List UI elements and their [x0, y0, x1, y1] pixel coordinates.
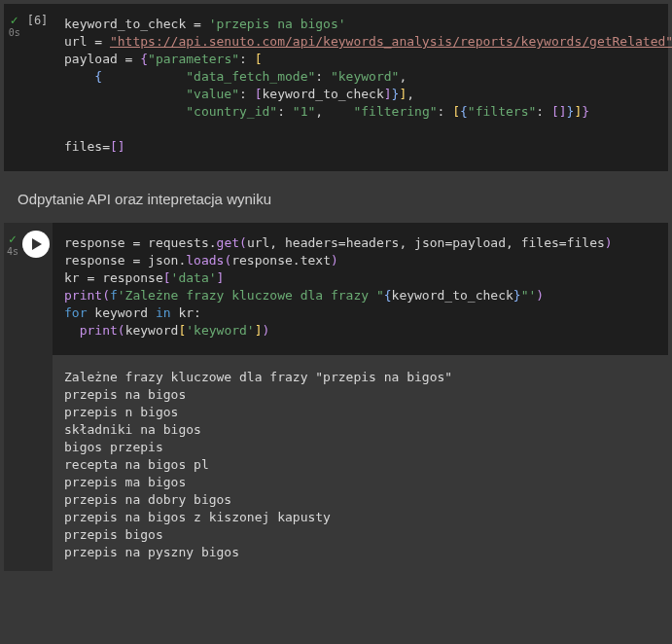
code-token: "' [521, 288, 537, 303]
code-token: = [87, 34, 109, 49]
code-token: "country_id" [186, 104, 277, 119]
code-token: keyword_to_check [263, 87, 384, 101]
cell-gutter: ✓ 0s [6] [4, 4, 53, 171]
code-token: keyword_to_check [392, 288, 513, 303]
code-token: 'data' [171, 270, 217, 285]
code-token: files [521, 235, 559, 250]
code-token: "keyword" [331, 69, 399, 84]
code-token: headers [346, 235, 400, 250]
code-block[interactable]: keyword_to_check = 'przepis na bigos' ur… [53, 4, 672, 171]
check-icon: ✓ [9, 233, 17, 245]
section-heading: Odpytanie API oraz intepretacja wyniku [0, 185, 672, 219]
code-token: = [186, 17, 208, 31]
code-token: = [125, 235, 148, 250]
exec-time: 4s [7, 246, 18, 257]
code-token: payload [64, 52, 118, 66]
code-token: response [102, 270, 163, 285]
code-token: keyword [94, 305, 148, 320]
code-token: "value" [186, 87, 239, 101]
output-gutter [4, 355, 53, 571]
url-string: "https://api.senuto.com/api/keywords_ana… [110, 34, 672, 49]
code-token: url [247, 235, 269, 250]
code-token: = [102, 139, 110, 154]
output-block: Zależne frazy kluczowe dla frazy "przepi… [53, 355, 668, 571]
code-token: 'przepis na bigos' [209, 17, 346, 31]
code-token: kr [178, 305, 194, 320]
code-token: keyword [125, 323, 179, 338]
code-token: = [125, 253, 148, 268]
code-token: url [64, 34, 87, 49]
code-token: print [64, 288, 102, 303]
code-token: response [64, 253, 125, 268]
code-token: response [231, 253, 293, 268]
code-token: "filters" [468, 104, 536, 119]
code-token: in [156, 305, 171, 320]
code-token: 'keyword' [186, 323, 254, 338]
code-token: files [567, 235, 605, 250]
code-token: json [148, 253, 178, 268]
code-token: "filtering" [353, 104, 437, 119]
code-token: requests [148, 235, 209, 250]
cell-gutter: ✓ 4s [4, 223, 53, 355]
code-token: "1" [293, 104, 315, 119]
run-button[interactable] [22, 231, 50, 258]
code-token: get [217, 235, 239, 250]
code-token: loads [186, 253, 224, 268]
code-token: json [414, 235, 444, 250]
cell-number: [6] [27, 14, 49, 27]
code-token: payload [452, 235, 506, 250]
exec-time: 0s [9, 27, 20, 38]
code-token: = [118, 52, 140, 66]
code-token: response [64, 235, 125, 250]
code-token: "data_fetch_mode" [186, 69, 315, 84]
code-token: 'Zależne frazy kluczowe dla frazy " [118, 288, 384, 303]
code-cell-1: ✓ 0s [6] keyword_to_check = 'przepis na … [4, 4, 668, 171]
code-block[interactable]: response = requests.get(url, headers=hea… [53, 223, 668, 355]
code-token: files [64, 139, 102, 154]
code-token: "parameters" [148, 52, 239, 66]
code-token: for [64, 305, 87, 320]
code-cell-2: ✓ 4s response = requests.get(url, header… [4, 223, 668, 571]
code-token: keyword_to_check [64, 17, 186, 31]
code-token: f [110, 288, 118, 303]
code-token: headers [285, 235, 338, 250]
code-token: print [80, 323, 118, 338]
code-token: kr [64, 270, 80, 285]
check-icon: ✓ [11, 14, 18, 26]
code-token: = [80, 270, 102, 285]
play-icon [31, 238, 43, 250]
code-token: text [301, 253, 331, 268]
